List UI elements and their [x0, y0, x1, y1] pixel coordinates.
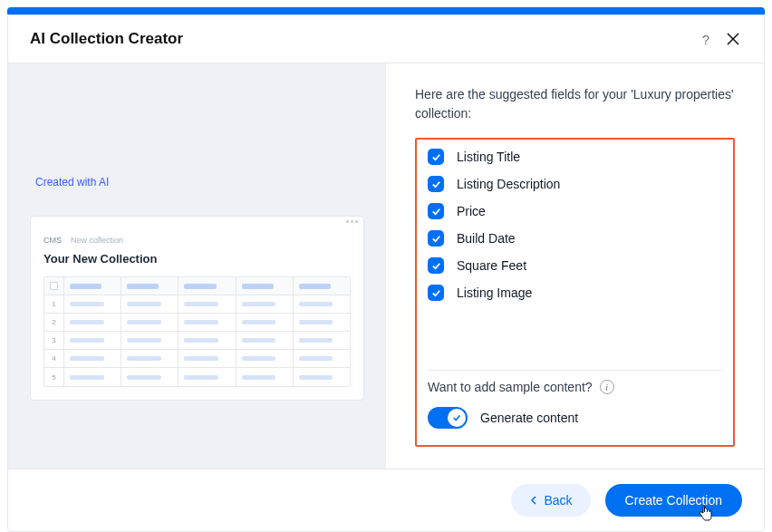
field-checkbox[interactable]	[428, 285, 444, 301]
app-topbar	[7, 7, 765, 15]
table-row: 5	[44, 368, 350, 386]
field-checkbox[interactable]	[428, 257, 444, 274]
field-row-price: Price	[428, 203, 722, 219]
table-row: 1	[44, 295, 350, 314]
ai-badge: Created with AI	[30, 176, 364, 189]
preview-card: CMS New collection Your New Collection	[30, 216, 364, 401]
close-button[interactable]	[724, 30, 742, 48]
window-dots-icon	[346, 220, 358, 223]
chevron-left-icon	[529, 496, 538, 505]
modal-footer: Back Create Collection	[8, 469, 764, 531]
fields-panel: Here are the suggested fields for your '…	[386, 63, 764, 469]
highlight-annotation: Listing Title Listing Description Price …	[415, 138, 735, 447]
generate-content-toggle[interactable]	[428, 407, 468, 429]
field-checkbox[interactable]	[428, 149, 444, 165]
field-checkbox[interactable]	[428, 203, 444, 219]
breadcrumb-new: New collection	[71, 236, 123, 245]
fields-list: Listing Title Listing Description Price …	[428, 143, 722, 301]
intro-text: Here are the suggested fields for your '…	[415, 85, 735, 123]
field-row-square-feet: Square Feet	[428, 257, 722, 274]
preview-breadcrumb: CMS New collection	[43, 236, 351, 245]
help-icon[interactable]: ?	[702, 32, 709, 47]
divider	[428, 370, 722, 371]
preview-inner: CMS New collection Your New Collection	[31, 227, 363, 400]
toggle-label: Generate content	[480, 411, 578, 425]
create-collection-button[interactable]: Create Collection	[605, 484, 742, 517]
field-row-listing-image: Listing Image	[428, 285, 722, 301]
sample-content-question: Want to add sample content? i	[428, 380, 722, 394]
info-icon[interactable]: i	[600, 380, 614, 394]
table-row: 2	[44, 314, 350, 332]
modal-body: Created with AI CMS New collection Your …	[8, 63, 764, 469]
field-row-listing-description: Listing Description	[428, 176, 722, 192]
select-all-checkbox	[50, 282, 58, 290]
preview-table: 1 2 3 4 5	[43, 276, 351, 387]
toggle-knob	[448, 409, 466, 427]
field-label: Listing Image	[457, 285, 532, 300]
preview-window-head	[31, 217, 363, 227]
field-row-listing-title: Listing Title	[428, 149, 722, 165]
table-row: 3	[44, 332, 350, 350]
modal-container: AI Collection Creator ? Created with AI …	[7, 15, 765, 532]
field-label: Listing Description	[457, 177, 560, 191]
preview-title: Your New Collection	[43, 252, 351, 266]
cursor-hand-icon	[699, 505, 713, 524]
field-label: Listing Title	[457, 150, 520, 164]
field-checkbox[interactable]	[428, 230, 444, 247]
breadcrumb-cms: CMS	[43, 236, 62, 245]
generate-content-toggle-row: Generate content	[428, 407, 722, 429]
table-row: 4	[44, 350, 350, 368]
header-actions: ?	[702, 30, 742, 48]
back-button[interactable]: Back	[511, 484, 590, 517]
modal-title: AI Collection Creator	[30, 30, 183, 48]
modal-header: AI Collection Creator ?	[8, 15, 764, 63]
field-label: Price	[457, 204, 486, 218]
table-header-row	[44, 277, 350, 295]
field-checkbox[interactable]	[428, 176, 444, 192]
field-label: Build Date	[457, 231, 516, 246]
field-row-build-date: Build Date	[428, 230, 722, 247]
field-label: Square Feet	[457, 258, 526, 273]
preview-panel: Created with AI CMS New collection Your …	[8, 63, 386, 469]
